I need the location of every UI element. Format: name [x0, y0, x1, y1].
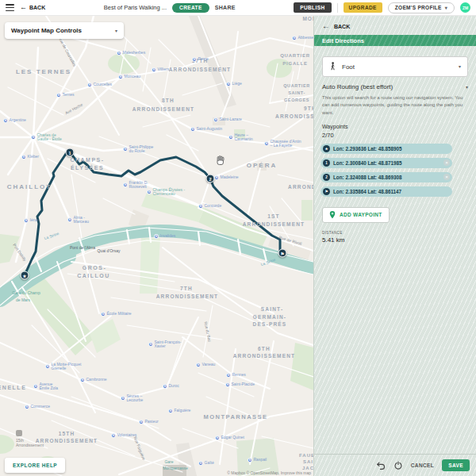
- map-area-label: 1ST: [267, 213, 280, 219]
- metro-icon: M: [117, 51, 121, 56]
- map-waypoint-marker-2[interactable]: 2: [206, 175, 215, 183]
- map-area-label: QUARTIER: [280, 53, 310, 58]
- cancel-button[interactable]: CANCEL: [411, 463, 434, 468]
- create-button[interactable]: CREATE: [172, 3, 209, 13]
- map-street-label: Pont de l'Alma: [70, 245, 95, 250]
- waypoint-1-icon: 1: [323, 159, 330, 167]
- map-street-label: de Mars: [16, 298, 30, 302]
- routing-mode-select[interactable]: Auto Routing (best effort) ▾: [322, 83, 468, 90]
- metro-label: Malesherbes: [123, 51, 146, 56]
- metro-icon: M: [264, 141, 269, 146]
- explore-help-button[interactable]: EXPLORE HELP: [5, 458, 65, 473]
- waypoint-pill[interactable]: ⚑Lon: 2.335864 Lat: 48.861147: [321, 186, 452, 197]
- upgrade-button[interactable]: UPGRADE: [344, 2, 382, 13]
- metro-icon: M: [3, 118, 8, 123]
- waypoint-flag-icon: ⚑: [323, 188, 330, 195]
- metro-label: Invalides: [160, 234, 176, 239]
- remove-waypoint-icon[interactable]: ×: [443, 159, 450, 166]
- map-area-label: ARRONDISSEMENT: [243, 221, 305, 227]
- map-area-label: GROS-: [83, 265, 106, 271]
- metro-icon: M: [225, 382, 230, 387]
- metro-label: Liège: [232, 82, 242, 86]
- distance-value: 5.41 km: [322, 236, 468, 244]
- map-attribution[interactable]: © Mapbox © OpenStreetMap, Improve this m…: [227, 470, 311, 475]
- map-area-label: ARRONDISSEMENT: [233, 353, 296, 359]
- metro-icon: M: [33, 384, 38, 389]
- metro-icon: M: [147, 190, 152, 194]
- back-button[interactable]: ← BACK: [20, 4, 45, 11]
- waypoint-pill[interactable]: 1Lon: 2.300840 Lat: 48.871985×: [321, 158, 452, 168]
- divider: [337, 3, 338, 13]
- map-area-label: SAIN: [303, 459, 313, 464]
- chevron-down-icon: ▾: [459, 64, 461, 69]
- metro-label: Saint-Augustin: [197, 127, 223, 132]
- metro-icon: M: [215, 436, 220, 440]
- map-canvas[interactable]: Waypoint Map Controls ▾ 15th Arrondissem…: [0, 16, 313, 476]
- waypoint-pill[interactable]: 2Lon: 2.324088 Lat: 48.869308×: [321, 172, 452, 182]
- metro-icon: M: [123, 147, 128, 152]
- metro-icon: M: [154, 234, 159, 239]
- metro-label: Havre – Caumartin: [235, 133, 253, 142]
- map-area-label: OPÉRA: [247, 162, 277, 169]
- waypoints-label: Waypoints: [322, 124, 468, 129]
- map-waypoint-marker-flag[interactable]: ⚑: [278, 249, 287, 258]
- publish-button[interactable]: PUBLISH: [294, 2, 331, 13]
- metro-label: Commerce: [31, 405, 50, 409]
- save-button[interactable]: SAVE: [442, 459, 470, 471]
- metro-icon: M: [168, 409, 173, 413]
- metro-icon: M: [31, 135, 36, 140]
- waypoint-list: ★Lon: 2.293636 Lat: 48.8589051Lon: 2.300…: [321, 144, 470, 197]
- share-button[interactable]: SHARE: [215, 5, 236, 10]
- metro-label: Madeleine: [221, 175, 239, 180]
- profile-label: ZOEM'S PROFILE: [395, 5, 442, 10]
- metro-icon: M: [248, 458, 252, 463]
- map-street-label: Montparnasse: [163, 466, 188, 470]
- metro-label: Saint-Philippe du Roule: [129, 145, 154, 154]
- metro-label: Rome: [198, 57, 209, 62]
- map-street-label: Gare: [164, 459, 173, 464]
- hamburger-menu-icon[interactable]: [6, 4, 14, 11]
- metro-label: École Militaire: [107, 312, 132, 317]
- map-area-label: ARRONDISSEMENT: [275, 113, 313, 119]
- transport-mode-select[interactable]: Foot ▾: [322, 56, 468, 77]
- waypoint-coordinates: Lon: 2.300840 Lat: 48.871985: [333, 160, 440, 166]
- metro-icon: M: [192, 57, 197, 62]
- waypoint-map-controls-dropdown[interactable]: Waypoint Map Controls ▾: [5, 22, 124, 39]
- avatar[interactable]: ZM: [460, 2, 470, 13]
- metro-icon: M: [80, 378, 85, 382]
- metro-label: Franklin D. Roosevelt: [129, 181, 148, 190]
- metro-label: Cambronne: [86, 378, 107, 382]
- metro-label: Pasteur: [145, 420, 159, 424]
- add-waypoint-button[interactable]: ADD WAYPOINT: [322, 207, 390, 223]
- routing-description: This option will search for a route usin…: [322, 94, 468, 117]
- metro-icon: M: [190, 127, 195, 132]
- undo-icon[interactable]: [376, 461, 386, 470]
- map-area-label: GEORGES: [284, 98, 309, 102]
- map-area-label: DES-PRÉS: [253, 321, 287, 327]
- panel-back-button[interactable]: ← BACK: [314, 16, 476, 35]
- metro-label: Edgar Quinet: [221, 436, 244, 440]
- map-area-label: CHAILLOT: [7, 183, 52, 190]
- metro-label: Alma - Marceau: [74, 216, 89, 225]
- map-area-label: ÉLYSÉES: [71, 165, 104, 171]
- metro-label: Courcelles: [94, 83, 113, 87]
- metro-label: Saint-Placide: [232, 382, 255, 387]
- map-area-label: GERMAIN-: [253, 314, 286, 320]
- map-waypoint-marker-1[interactable]: 1: [66, 148, 75, 157]
- map-waypoint-marker-star[interactable]: ★: [21, 271, 29, 280]
- map-street-label: Quai d'Orsay: [97, 248, 120, 253]
- map-area-label: 9TH: [304, 106, 313, 111]
- remove-waypoint-icon[interactable]: ×: [443, 174, 450, 180]
- map-area-label: PIGALLE: [282, 61, 308, 66]
- metro-label: Monceau: [125, 75, 141, 79]
- chevron-down-icon: ▾: [466, 85, 468, 90]
- map-area-label: CAILLOU: [77, 273, 110, 278]
- metro-icon: M: [226, 373, 231, 378]
- metro-label: Rennes: [232, 373, 246, 378]
- waypoint-pill[interactable]: ★Lon: 2.293636 Lat: 48.858905: [321, 144, 452, 154]
- metro-label: Avenue Émile Zola: [40, 382, 59, 391]
- metro-label: Vaneau: [202, 363, 216, 367]
- metro-icon: M: [163, 384, 167, 389]
- reset-icon[interactable]: [393, 461, 403, 470]
- profile-menu-button[interactable]: ZOEM'S PROFILE ▾: [388, 2, 455, 13]
